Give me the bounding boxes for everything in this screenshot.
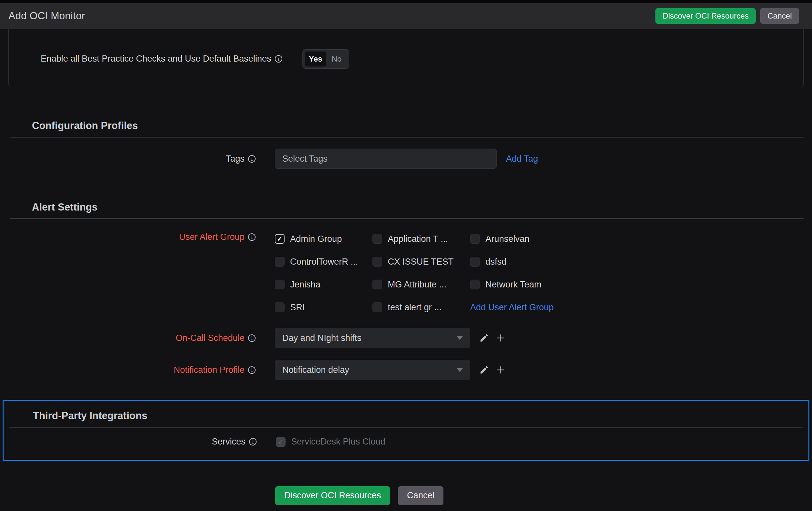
on-call-schedule-actions xyxy=(479,333,506,343)
user-alert-group-field: Admin GroupApplication T ...ArunselvanCo… xyxy=(275,219,554,319)
notification-profile-value: Notification delay xyxy=(282,365,349,375)
info-icon[interactable] xyxy=(248,334,256,342)
configuration-profiles-heading: Configuration Profiles xyxy=(32,120,804,132)
select-tags-placeholder: Select Tags xyxy=(282,154,327,164)
user-alert-group-option[interactable]: Application T ... xyxy=(373,234,470,244)
user-alert-group-grid: Admin GroupApplication T ...ArunselvanCo… xyxy=(275,227,554,319)
user-alert-group-option[interactable]: Network Team xyxy=(470,279,554,290)
user-alert-group-option-label: ControlTowerR ... xyxy=(290,257,358,267)
user-alert-group-option[interactable]: ControlTowerR ... xyxy=(275,257,373,267)
discover-oci-resources-button[interactable]: Discover OCI Resources xyxy=(656,8,756,24)
notification-profile-select[interactable]: Notification delay xyxy=(275,360,470,380)
checkbox-unchecked[interactable] xyxy=(373,279,382,289)
checkbox-unchecked[interactable] xyxy=(275,257,285,267)
notification-profile-field: Notification delay xyxy=(275,360,506,380)
info-icon[interactable] xyxy=(248,233,256,241)
best-practice-label: Enable all Best Practice Checks and Use … xyxy=(41,54,282,64)
user-alert-group-option-label: dsfsd xyxy=(486,257,506,267)
tags-field: Select Tags Add Tag xyxy=(275,149,538,169)
add-plus-icon[interactable] xyxy=(496,365,506,375)
page-title: Add OCI Monitor xyxy=(8,10,85,22)
user-alert-group-label: User Alert Group xyxy=(8,232,256,242)
discover-oci-resources-button[interactable]: Discover OCI Resources xyxy=(275,486,390,505)
header-actions: Discover OCI Resources Cancel xyxy=(656,8,799,24)
user-alert-group-option[interactable]: Jenisha xyxy=(275,279,373,290)
info-icon[interactable] xyxy=(248,366,256,374)
checkbox-unchecked[interactable] xyxy=(470,257,480,267)
header-bar: Add OCI Monitor Discover OCI Resources C… xyxy=(0,3,812,29)
edit-pencil-icon[interactable] xyxy=(479,365,489,375)
on-call-schedule-row: On-Call Schedule Day and NIght shifts xyxy=(8,328,804,348)
user-alert-group-option-label: MG Attribute ... xyxy=(388,279,446,290)
cancel-button[interactable]: Cancel xyxy=(760,8,799,24)
user-alert-group-option[interactable]: Admin Group xyxy=(275,234,373,244)
section-divider xyxy=(10,137,804,137)
best-practice-row: Enable all Best Practice Checks and Use … xyxy=(41,49,349,69)
notification-profile-row: Notification Profile Notification delay xyxy=(8,360,804,380)
checkbox-unchecked[interactable] xyxy=(373,302,382,312)
form-content: Enable all Best Practice Checks and Use … xyxy=(0,29,812,505)
user-alert-group-label-text: User Alert Group xyxy=(179,232,244,242)
user-alert-group-option[interactable]: SRI xyxy=(275,302,373,313)
alert-settings-heading: Alert Settings xyxy=(32,201,804,213)
tags-label: Tags xyxy=(8,154,256,164)
user-alert-group-option-label: test alert gr ... xyxy=(388,302,441,313)
user-alert-group-option-label: Jenisha xyxy=(290,279,320,290)
select-tags-input[interactable]: Select Tags xyxy=(275,149,497,169)
user-alert-group-option[interactable]: MG Attribute ... xyxy=(373,279,470,290)
info-icon[interactable] xyxy=(248,155,256,163)
on-call-schedule-field: Day and NIght shifts xyxy=(275,328,506,348)
user-alert-group-row: User Alert Group Admin GroupApplication … xyxy=(8,219,804,319)
notification-profile-label: Notification Profile xyxy=(8,365,256,375)
on-call-schedule-label-text: On-Call Schedule xyxy=(175,333,244,343)
cancel-button[interactable]: Cancel xyxy=(398,486,443,505)
user-alert-group-option-label: SRI xyxy=(290,302,305,313)
user-alert-group-option[interactable]: test alert gr ... xyxy=(373,302,470,313)
checkbox-unchecked[interactable] xyxy=(373,257,382,267)
info-icon[interactable] xyxy=(275,55,282,62)
on-call-schedule-select[interactable]: Day and NIght shifts xyxy=(275,328,470,348)
best-practice-toggle[interactable]: Yes No xyxy=(302,49,349,69)
notification-profile-actions xyxy=(479,365,506,375)
user-alert-group-option-label: Admin Group xyxy=(290,234,342,244)
checkbox-unchecked[interactable] xyxy=(275,302,285,312)
toggle-yes-option[interactable]: Yes xyxy=(305,52,326,66)
on-call-schedule-label: On-Call Schedule xyxy=(8,333,256,343)
user-alert-group-option[interactable]: CX ISSUE TEST xyxy=(373,257,470,267)
on-call-schedule-value: Day and NIght shifts xyxy=(282,333,361,343)
window-top-edge xyxy=(0,0,812,3)
checkbox-unchecked[interactable] xyxy=(373,234,382,244)
chevron-down-icon xyxy=(457,336,463,340)
services-field: ServiceDesk Plus Cloud xyxy=(276,437,385,447)
add-user-alert-group-link[interactable]: Add User Alert Group xyxy=(470,302,554,313)
servicedesk-checkbox-disabled-checked xyxy=(276,437,286,447)
section-divider xyxy=(9,427,803,428)
checkbox-checked[interactable] xyxy=(275,234,285,244)
toggle-no-option[interactable]: No xyxy=(326,52,347,66)
tags-row: Tags Select Tags Add Tag xyxy=(8,149,804,169)
servicedesk-option-label: ServiceDesk Plus Cloud xyxy=(291,437,385,447)
user-alert-group-option[interactable]: Arunselvan xyxy=(470,234,554,244)
services-label-text: Services xyxy=(212,437,245,447)
user-alert-group-option-label: CX ISSUE TEST xyxy=(388,257,454,267)
checkbox-unchecked[interactable] xyxy=(470,279,480,289)
checkbox-unchecked[interactable] xyxy=(275,279,285,289)
tags-label-text: Tags xyxy=(226,154,244,164)
services-label: Services xyxy=(9,437,257,447)
services-row: Services ServiceDesk Plus Cloud xyxy=(9,437,803,447)
best-practice-panel: Enable all Best Practice Checks and Use … xyxy=(8,29,804,87)
add-user-alert-group-cell: Add User Alert Group xyxy=(470,302,554,313)
add-tag-link[interactable]: Add Tag xyxy=(506,154,538,164)
chevron-down-icon xyxy=(457,368,463,372)
edit-pencil-icon[interactable] xyxy=(479,333,489,343)
user-alert-group-option[interactable]: dsfsd xyxy=(470,257,554,267)
third-party-integrations-panel: Third-Party Integrations Services Servic… xyxy=(3,400,809,461)
third-party-integrations-heading: Third-Party Integrations xyxy=(33,410,803,422)
add-plus-icon[interactable] xyxy=(496,333,506,343)
footer-actions: Discover OCI Resources Cancel xyxy=(275,486,804,505)
user-alert-group-option-label: Application T ... xyxy=(388,234,448,244)
user-alert-group-option-label: Network Team xyxy=(486,279,542,290)
checkbox-unchecked[interactable] xyxy=(470,234,480,244)
notification-profile-label-text: Notification Profile xyxy=(174,365,244,375)
info-icon[interactable] xyxy=(249,438,257,446)
